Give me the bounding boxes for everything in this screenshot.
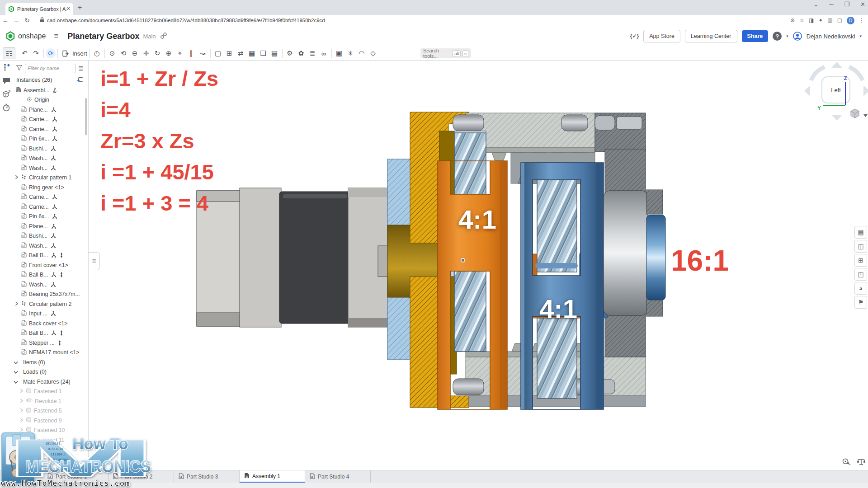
named-views-icon[interactable]: ◇: [368, 48, 379, 59]
featurescript-icon[interactable]: {✓}: [630, 33, 639, 39]
tree-item-circular-pattern-1[interactable]: Circular pattern 1: [13, 173, 88, 183]
stepper-motor[interactable]: [197, 188, 388, 327]
curve-snap-icon[interactable]: ↝: [197, 48, 208, 59]
reading-list-icon[interactable]: ◨: [809, 17, 814, 23]
rotate-up-arrow-icon[interactable]: [831, 62, 842, 68]
minimize-icon[interactable]: ─: [829, 1, 833, 8]
roll-ccw-arrow-icon[interactable]: [811, 67, 825, 80]
tree-item-ball-b[interactable]: Ball B...: [13, 251, 88, 261]
tree-item-origin[interactable]: Origin: [13, 95, 88, 105]
cylindrical-mate-icon[interactable]: ⊖: [129, 48, 141, 59]
timer-icon[interactable]: [0, 101, 13, 114]
doc-tab-part-studio-3[interactable]: Part Studio 3: [174, 470, 240, 483]
onshape-logo-text[interactable]: onshape: [18, 32, 46, 40]
tab-search-icon[interactable]: ⌄: [813, 1, 818, 8]
tree-item-ring-gear-1[interactable]: Ring gear <1>: [13, 183, 88, 192]
tree-item-stepper[interactable]: Stepper ...: [13, 338, 88, 348]
roll-cw-arrow-icon[interactable]: [849, 67, 863, 80]
planetary-relation-icon[interactable]: ✿: [296, 48, 307, 59]
undo-icon[interactable]: ↶: [19, 48, 30, 59]
user-name[interactable]: Dejan Nedelkovski: [807, 33, 855, 40]
extension-a-icon[interactable]: ⊛: [790, 17, 795, 23]
document-title[interactable]: Planetary Gearbox: [67, 32, 139, 41]
onshape-logo-icon[interactable]: [5, 31, 15, 41]
chevron-right-icon[interactable]: [20, 398, 23, 404]
panel-collapse-handle[interactable]: ≣: [89, 252, 100, 270]
tree-item-loads-0[interactable]: Loads (0): [13, 367, 88, 377]
display-states-icon[interactable]: ▤: [269, 48, 280, 59]
reload-icon[interactable]: ↻: [22, 17, 33, 24]
tree-scrollbar[interactable]: [85, 98, 87, 135]
tab-close-icon[interactable]: ✕: [66, 6, 71, 12]
pattern-icon[interactable]: ▦: [246, 48, 258, 59]
browser-tab[interactable]: Planetary Gearbox | Assembly 1 ✕: [5, 3, 73, 15]
chevron-right-icon[interactable]: [20, 408, 23, 414]
insert-instance-icon[interactable]: [77, 76, 84, 84]
tree-item-wash[interactable]: Wash...: [13, 163, 88, 173]
sync-icon[interactable]: ⟳: [46, 48, 56, 58]
doc-tab-part-studio-4[interactable]: Part Studio 4: [305, 470, 371, 483]
redo-icon[interactable]: ↷: [30, 48, 42, 59]
user-menu-caret-icon[interactable]: ▾: [859, 34, 862, 38]
exploded-view-icon[interactable]: ✳: [345, 48, 356, 59]
extensions-icon[interactable]: ✦: [818, 17, 823, 23]
measure-icon[interactable]: [842, 457, 852, 466]
restore-icon[interactable]: ❐: [844, 1, 849, 8]
rotate-right-arrow-icon[interactable]: [863, 85, 868, 96]
instance-list-toggle[interactable]: [3, 47, 15, 59]
tree-item-input[interactable]: Input ...: [13, 309, 88, 319]
tree-item-assembl[interactable]: Assembl...: [13, 85, 88, 95]
output-flange[interactable]: [604, 190, 665, 316]
revolute-mate-icon[interactable]: ⟲: [118, 48, 129, 59]
search-tools-box[interactable]: Search tools... alt c: [420, 48, 471, 58]
share-button[interactable]: Share: [742, 30, 769, 42]
tree-item-wash[interactable]: Wash...: [13, 154, 88, 164]
chevron-down-icon[interactable]: [14, 379, 18, 385]
close-icon[interactable]: ✕: [860, 1, 865, 8]
mate-icon[interactable]: ⊙: [107, 48, 118, 59]
chevron-right-icon[interactable]: [20, 388, 23, 394]
tree-item-nema17-mount-1[interactable]: NEMA17 mount <1>: [13, 348, 88, 358]
tree-item-front-cover-1[interactable]: Front cover <1>: [13, 260, 88, 270]
help-icon[interactable]: ?: [773, 32, 782, 41]
snap-mode-icon[interactable]: ⌖: [175, 48, 186, 59]
tree-item-ball-b[interactable]: Ball B...: [13, 270, 88, 280]
tree-item-ball-b[interactable]: Ball B...: [13, 328, 88, 338]
chevron-right-icon[interactable]: [20, 418, 23, 424]
list-view-icon[interactable]: ≣: [78, 65, 84, 72]
comment-icon[interactable]: [0, 74, 13, 87]
forward-icon[interactable]: →: [11, 17, 22, 24]
help-caret-icon[interactable]: ▾: [786, 34, 788, 38]
measure-panel-icon[interactable]: ◳: [854, 268, 867, 281]
browser-menu-kebab-icon[interactable]: ⋮: [859, 17, 864, 23]
appearance-panel-icon[interactable]: ◕: [854, 282, 867, 295]
chevron-right-icon[interactable]: [15, 174, 18, 181]
back-icon[interactable]: ←: [0, 17, 11, 24]
tree-item-wash[interactable]: Wash...: [13, 241, 88, 251]
tree-item-plane[interactable]: Plane...: [13, 105, 88, 115]
insert-icon[interactable]: [60, 48, 71, 59]
rotate-icon[interactable]: ↻: [152, 48, 163, 59]
tree-item-circular-pattern-2[interactable]: Circular pattern 2: [13, 299, 88, 309]
tree-item-items-0[interactable]: Items (0): [13, 357, 88, 367]
url-text[interactable]: cad.onshape.com/documents/5a13d645118279…: [47, 18, 325, 23]
app-store-button[interactable]: App Store: [643, 30, 680, 42]
tree-item-fastened-5[interactable]: Fastened 5: [13, 406, 88, 416]
mate-connector-add-icon[interactable]: [0, 60, 13, 74]
animate-icon[interactable]: ◠: [356, 48, 368, 59]
tree-item-carrie[interactable]: Carrie...: [13, 124, 88, 134]
chevron-down-icon[interactable]: [14, 359, 18, 366]
parallel-mate-icon[interactable]: ∥: [186, 48, 197, 59]
rotate-left-arrow-icon[interactable]: [804, 85, 810, 96]
belt-relation-icon[interactable]: ∞: [318, 48, 330, 59]
user-avatar[interactable]: [793, 32, 802, 41]
mass-properties-icon[interactable]: [856, 457, 866, 466]
view-cube-face-label[interactable]: Left: [831, 87, 841, 94]
tree-item-carrie[interactable]: Carrie...: [13, 192, 88, 202]
section-view-panel-icon[interactable]: ◫: [854, 240, 867, 253]
rotate-down-arrow-icon[interactable]: [831, 115, 842, 121]
doc-tab-assembly-1[interactable]: Assembly 1: [240, 470, 305, 483]
view-mode-cube-icon[interactable]: [851, 109, 859, 118]
downloads-icon[interactable]: ▢: [837, 17, 842, 23]
rack-relation-icon[interactable]: ≣: [307, 48, 318, 59]
